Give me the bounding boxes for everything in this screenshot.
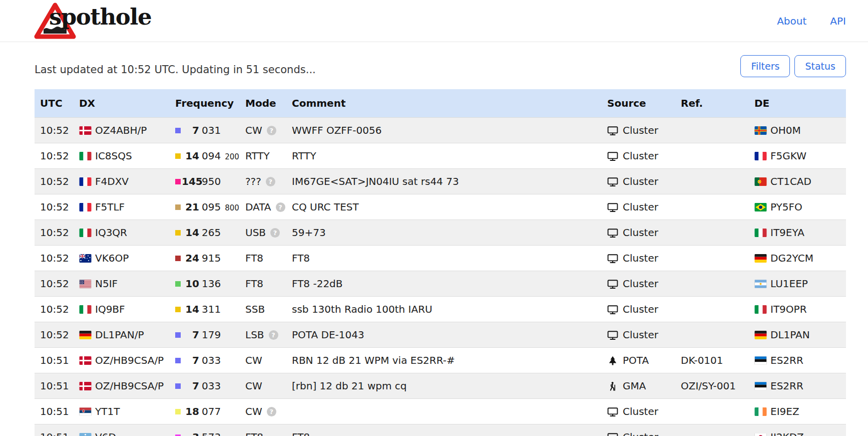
de-callsign[interactable]: IT9OPR — [770, 303, 807, 315]
mode-label: LSB — [245, 329, 264, 341]
utc-cell: 10:52 — [35, 194, 76, 220]
comment-cell — [288, 399, 599, 424]
dx-callsign[interactable]: IQ3QR — [95, 227, 127, 239]
de-cell: PY5FO — [745, 194, 846, 220]
frequency-cell: 14094200 — [173, 143, 241, 169]
denmark-flag-icon — [79, 356, 92, 365]
monitor-icon — [607, 151, 618, 161]
mode-cell: SSB — [241, 297, 288, 322]
dx-callsign[interactable]: YT1T — [95, 405, 120, 417]
mode-help-icon[interactable]: ? — [269, 330, 278, 340]
source-cell: Cluster — [599, 220, 673, 246]
utc-cell: 10:51 — [35, 399, 76, 424]
ref-cell — [673, 143, 745, 169]
de-cell: DG2YCM — [745, 246, 846, 271]
mode-cell: CW — [241, 348, 288, 373]
ref-cell: DK-0101 — [673, 348, 745, 373]
de-callsign[interactable]: LU1EEP — [770, 278, 808, 290]
source-label: Cluster — [623, 329, 658, 341]
mode-help-icon[interactable]: ? — [270, 228, 280, 238]
comment-cell: WWFF OZFF-0056 — [288, 118, 599, 143]
band-color-swatch — [175, 128, 181, 133]
de-callsign[interactable]: DL1PAN — [770, 329, 810, 341]
frequency-mhz: 24 — [182, 252, 199, 264]
de-callsign[interactable]: JI2KDZ — [770, 431, 804, 436]
mode-label: FT8 — [245, 431, 263, 436]
filters-button[interactable]: Filters — [740, 55, 790, 77]
mode-cell: CW — [241, 373, 288, 399]
monitor-icon — [607, 305, 618, 315]
de-callsign[interactable]: DG2YCM — [770, 252, 813, 264]
portugal-flag-icon — [754, 177, 767, 186]
dx-callsign[interactable]: VK6OP — [95, 252, 129, 264]
dx-callsign[interactable]: F5TLF — [95, 201, 125, 213]
column-header-ref: Ref. — [673, 89, 745, 118]
source-label: Cluster — [623, 252, 658, 264]
frequency-khz: 033 — [202, 380, 221, 392]
de-callsign[interactable]: EI9EZ — [770, 405, 799, 417]
dx-callsign[interactable]: V6D — [95, 431, 116, 436]
de-callsign[interactable]: CT1CAD — [770, 175, 811, 187]
de-cell: DL1PAN — [745, 322, 846, 348]
de-callsign[interactable]: OH0M — [770, 124, 801, 136]
status-button[interactable]: Status — [794, 55, 846, 77]
united-states-flag-icon — [79, 280, 92, 288]
source-label: Cluster — [623, 150, 658, 162]
brand-logo-link[interactable]: spothole — [33, 1, 193, 42]
comment-cell: RBN 12 dB 21 WPM via ES2RR-# — [288, 348, 599, 373]
mode-label: FT8 — [245, 278, 263, 290]
de-callsign[interactable]: IT9EYA — [770, 227, 804, 239]
comment-cell: POTA DE-1043 — [288, 322, 599, 348]
nav-link-api[interactable]: API — [830, 15, 846, 27]
dx-callsign[interactable]: OZ/HB9CSA/P — [95, 354, 164, 366]
mode-help-icon[interactable]: ? — [267, 407, 276, 416]
source-label: Cluster — [623, 278, 658, 290]
spot-row: 10:51OZ/HB9CSA/P7033CWRBN 12 dB 21 WPM v… — [35, 348, 846, 373]
evergreen-tree-icon — [607, 356, 618, 366]
de-callsign[interactable]: F5GKW — [770, 150, 806, 162]
band-color-swatch — [175, 153, 181, 159]
mode-cell: LSB? — [241, 322, 288, 348]
de-cell: EI9EZ — [745, 399, 846, 424]
nav-link-about[interactable]: About — [777, 15, 806, 27]
frequency-hz: 800 — [225, 203, 239, 212]
dx-callsign[interactable]: IC8SQS — [95, 150, 132, 162]
mode-cell: USB? — [241, 220, 288, 246]
ref-cell — [673, 322, 745, 348]
spots-table-head: UTCDXFrequencyModeCommentSourceRef.DE — [35, 89, 846, 118]
spot-row: 10:52F4DXV145950????IM67GE<SAT>JN04IU sa… — [35, 169, 846, 194]
dx-callsign[interactable]: OZ4ABH/P — [95, 124, 147, 136]
dx-callsign[interactable]: OZ/HB9CSA/P — [95, 380, 164, 392]
ref-cell — [673, 297, 745, 322]
mode-cell: FT8 — [241, 424, 288, 436]
utc-cell: 10:51 — [35, 373, 76, 399]
mode-help-icon[interactable]: ? — [266, 177, 275, 186]
dx-cell: YT1T — [76, 399, 173, 424]
frequency-mhz: 10 — [182, 278, 199, 290]
de-callsign[interactable]: PY5FO — [770, 201, 802, 213]
mode-help-icon[interactable]: ? — [267, 126, 276, 135]
frequency-mhz: 14 — [182, 303, 199, 315]
mode-cell: CW? — [241, 118, 288, 143]
source-label: Cluster — [623, 175, 658, 187]
mode-cell: FT8 — [241, 246, 288, 271]
dx-cell: DL1PAN/P — [76, 322, 173, 348]
frequency-khz: 095 — [202, 201, 221, 213]
comment-cell: 59+73 — [288, 220, 599, 246]
serbia-flag-icon — [79, 407, 92, 416]
dx-cell: OZ/HB9CSA/P — [76, 373, 173, 399]
dx-callsign[interactable]: DL1PAN/P — [95, 329, 144, 341]
column-header-de: DE — [745, 89, 846, 118]
frequency-khz: 265 — [202, 227, 221, 239]
dx-callsign[interactable]: IQ9BF — [95, 303, 125, 315]
de-callsign[interactable]: ES2RR — [770, 354, 803, 366]
spot-row: 10:51OZ/HB9CSA/P7033CW[rbn] 12 db 21 wpm… — [35, 373, 846, 399]
mode-help-icon[interactable]: ? — [276, 202, 285, 212]
source-label: Cluster — [623, 431, 658, 436]
ref-cell — [673, 246, 745, 271]
de-callsign[interactable]: ES2RR — [770, 380, 803, 392]
source-cell: GMA — [599, 373, 673, 399]
dx-callsign[interactable]: N5IF — [95, 278, 118, 290]
dx-callsign[interactable]: F4DXV — [95, 175, 129, 187]
band-color-swatch — [175, 383, 181, 389]
